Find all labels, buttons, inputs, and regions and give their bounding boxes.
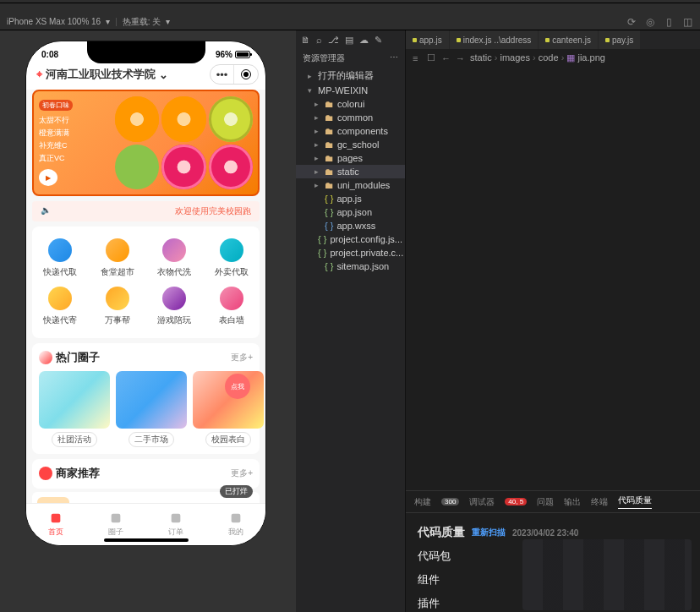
circle-label: 二手市场	[129, 432, 174, 447]
tree-file[interactable]: { }project.private.c...	[296, 246, 405, 260]
menu-icon	[48, 238, 72, 262]
cloud-icon[interactable]: ☁	[359, 35, 369, 46]
bp-tab[interactable]: 调试器	[469, 496, 495, 508]
tree-folder[interactable]: ▸🖿common	[296, 111, 405, 124]
arrow-left-icon[interactable]: ←	[441, 53, 451, 63]
notice-bar[interactable]: 🔈 欢迎使用完美校园跑	[32, 201, 260, 221]
tree-file[interactable]: { }app.js	[296, 192, 405, 205]
editor-tabs: app.jsindex.js ..\addresscanteen.jspay.j…	[406, 30, 700, 49]
banner-button[interactable]: ▶	[39, 169, 57, 186]
menu-item[interactable]: 食堂超市	[93, 238, 142, 278]
fruit-lime-icon	[115, 145, 159, 190]
folder-icon: 🖿	[325, 126, 334, 136]
tree-open-editors[interactable]: ▸打开的编辑器	[296, 68, 405, 84]
capsule-close-icon[interactable]	[234, 65, 258, 84]
tab-0[interactable]: 首页	[26, 504, 86, 545]
editor-tab[interactable]: pay.js	[599, 30, 640, 49]
refresh-icon[interactable]: ⟳	[626, 16, 637, 28]
search-icon[interactable]: ⌕	[316, 35, 322, 45]
menu-item[interactable]: 万事帮	[93, 287, 142, 326]
editor-tab[interactable]: canteen.js	[539, 30, 598, 49]
tree-folder[interactable]: ▸🖿static	[296, 165, 405, 178]
bookmark-icon[interactable]: ☐	[427, 52, 437, 63]
folder-icon: 🖿	[325, 180, 334, 190]
minimap-preview	[522, 539, 692, 610]
brush-icon[interactable]: ✎	[375, 35, 382, 46]
capsule-menu-icon[interactable]: •••	[211, 65, 234, 84]
js-icon	[413, 38, 417, 42]
bp-tab[interactable]: 问题	[537, 496, 554, 508]
tree-file[interactable]: { }app.json	[296, 205, 405, 219]
file-icon: { }	[325, 207, 333, 217]
circle-card[interactable]: 社团活动	[39, 371, 110, 447]
location-selector[interactable]: ⌖ 河南工业职业技术学院 ⌄	[36, 67, 168, 82]
files-icon[interactable]: 🗎	[301, 35, 310, 45]
circle-icon	[108, 511, 123, 525]
folder-icon: 🖿	[325, 139, 334, 150]
editor-tab[interactable]: index.js ..\address	[450, 30, 539, 49]
rescan-link[interactable]: 重新扫描	[472, 527, 506, 538]
branch-icon[interactable]: ⎇	[328, 35, 339, 46]
device-label[interactable]: iPhone XS Max 100% 16	[7, 17, 101, 26]
circle-card[interactable]: 二手市场	[116, 371, 187, 447]
tab-label: 我的	[228, 527, 243, 538]
menu-icon[interactable]: ≡	[413, 53, 423, 63]
breadcrumb-item[interactable]: ▦ jia.png	[566, 52, 604, 63]
breadcrumb[interactable]: ≡ ☐ ← → static › images › code › ▦ jia.p…	[406, 49, 700, 67]
file-icon: { }	[325, 221, 333, 231]
bp-tab[interactable]: 构建	[414, 496, 431, 508]
top-menu-bar[interactable]	[0, 3, 700, 14]
tree-folder[interactable]: ▸🖿uni_modules	[296, 178, 405, 192]
chevron-down-icon[interactable]: ▾	[106, 17, 110, 26]
user-icon	[228, 511, 243, 525]
banner[interactable]: 初春口味 太甜不行橙意满满补充维C真正VC ▶	[32, 90, 260, 196]
tree-folder[interactable]: ▸🖿colorui	[296, 97, 405, 111]
hot-reload[interactable]: 热重载: 关	[123, 16, 161, 28]
bp-tab[interactable]: 终端	[591, 496, 608, 508]
tree-file[interactable]: { }app.wxss	[296, 219, 405, 232]
bottom-tabs: 构建 300 调试器 40, 5 问题 输出 终端 代码质量	[406, 491, 700, 513]
js-icon	[457, 38, 461, 42]
shop-rec-section: 商家推荐 更多+	[32, 459, 260, 489]
arrow-right-icon[interactable]: →	[456, 53, 466, 63]
timestamp: 2023/04/02 23:40	[512, 528, 578, 538]
menu-item[interactable]: 游戏陪玩	[150, 287, 200, 326]
corner-badge[interactable]: 点我	[225, 374, 250, 399]
menu-item[interactable]: 快递代寄	[36, 287, 85, 326]
more-link[interactable]: 更多+	[231, 352, 253, 363]
breadcrumb-item[interactable]: images	[500, 52, 529, 63]
editor-tab[interactable]: app.js	[406, 30, 449, 49]
tab-3[interactable]: 我的	[205, 504, 265, 545]
menu-item[interactable]: 外卖代取	[207, 238, 256, 278]
menu-item[interactable]: 衣物代洗	[150, 238, 200, 278]
tree-folder[interactable]: ▸🖿gc_school	[296, 138, 405, 151]
more-link[interactable]: 更多+	[231, 467, 253, 479]
tree-file[interactable]: { }project.config.js...	[296, 232, 405, 246]
breadcrumb-item[interactable]: static	[470, 52, 492, 63]
ext-icon[interactable]: ▤	[345, 35, 353, 46]
toolbar: iPhone XS Max 100% 16 ▾ | 热重载: 关 ▾ ⟳ ◎ ▯…	[0, 14, 700, 30]
capsule-buttons: •••	[210, 64, 259, 85]
tree-file[interactable]: { }sitemap.json	[296, 260, 405, 273]
eye-icon[interactable]: ◎	[644, 16, 656, 28]
menu-label: 食堂超市	[101, 266, 134, 278]
shop-status-badge: 已打烊	[220, 485, 253, 498]
sep: |	[115, 17, 118, 26]
split-icon[interactable]: ◫	[681, 16, 693, 28]
file-icon: { }	[318, 248, 326, 258]
bp-tab[interactable]: 输出	[564, 496, 581, 508]
tree-root[interactable]: ▾MP-WEIXIN	[296, 84, 405, 97]
more-icon[interactable]: ⋯	[390, 52, 398, 64]
phone-icon[interactable]: ▯	[663, 16, 675, 28]
bp-tab-active[interactable]: 代码质量	[618, 495, 652, 509]
status-battery: 96%	[216, 50, 250, 59]
hot-circle-section: 热门圈子 更多+ 点我 社团活动 二手市场 校园表白	[32, 343, 260, 454]
breadcrumb-item[interactable]: code	[539, 52, 559, 63]
bottom-panel: 构建 300 调试器 40, 5 问题 输出 终端 代码质量 代码质量 重新扫描…	[406, 490, 700, 612]
tree-folder[interactable]: ▸🖿components	[296, 124, 405, 138]
menu-item[interactable]: 表白墙	[207, 287, 256, 326]
tree-folder[interactable]: ▸🖿pages	[296, 151, 405, 165]
menu-item[interactable]: 快递代取	[36, 238, 85, 278]
circle-image	[116, 371, 187, 429]
chevron-down-icon[interactable]: ▾	[166, 17, 170, 26]
